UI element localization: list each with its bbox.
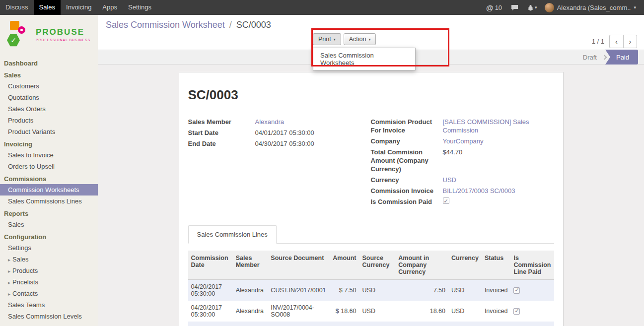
- field-value-company[interactable]: YourCompany: [443, 137, 484, 145]
- sidebar-item-product-variants[interactable]: Product Variants: [0, 126, 98, 137]
- col-currency[interactable]: Currency: [448, 251, 482, 280]
- logo-magnifier-icon: [18, 26, 25, 34]
- sidebar-item-dashboard[interactable]: Dashboard: [0, 57, 98, 68]
- user-name: Alexandra (Sales_comm..: [557, 4, 631, 11]
- menu-invoicing[interactable]: Invoicing: [61, 0, 97, 15]
- state-draft[interactable]: Draft: [577, 54, 603, 61]
- sidebar-section-configuration[interactable]: Configuration: [0, 230, 98, 242]
- chat-bubble-icon: [511, 4, 518, 11]
- chevron-down-icon: ▾: [368, 37, 370, 42]
- field-groups: Sales Member Alexandra Start Date 04/01/…: [188, 118, 554, 208]
- expand-caret-icon: ▸: [8, 280, 10, 285]
- sidebar-item-quotations[interactable]: Quotations: [0, 92, 98, 103]
- main-area: Sales Commission Worksheet / SC/0003 Pri…: [98, 15, 644, 326]
- field-label-sales-member: Sales Member: [188, 118, 255, 126]
- col-source-currency[interactable]: Source Currency: [359, 251, 396, 280]
- col-commission-date[interactable]: Commission Date: [188, 251, 233, 280]
- sidebar-item-sales-to-invoice[interactable]: Sales to Invoice: [0, 149, 98, 161]
- sidebar-item-customers[interactable]: Customers: [0, 80, 98, 92]
- sidebar-item-config-products[interactable]: ▸Products: [0, 265, 98, 276]
- table-row[interactable]: 04/20/2017 10:35:53 Alexandra SO008 $ 18…: [188, 322, 554, 326]
- line-paid-checkbox: [513, 308, 520, 315]
- menu-item-sales-commission-worksheets[interactable]: Sales Commission Worksheets: [313, 48, 415, 70]
- debug-menu-button[interactable]: ▾: [523, 4, 542, 11]
- breadcrumb-separator: /: [229, 20, 232, 30]
- sidebar-item-settings[interactable]: Settings: [0, 242, 98, 254]
- table-header-row: Commission Date Sales Member Source Docu…: [188, 251, 554, 280]
- col-amount-company-currency[interactable]: Amount in Company Currency: [395, 251, 448, 280]
- field-value-commission-product[interactable]: [SALES COMMISSION] Sales Commission: [443, 118, 530, 134]
- menu-settings[interactable]: Settings: [123, 0, 157, 15]
- menu-apps[interactable]: Apps: [97, 0, 123, 15]
- col-status[interactable]: Status: [482, 251, 511, 280]
- chevron-down-icon: ▾: [535, 5, 537, 10]
- action-button[interactable]: Action▾: [344, 33, 376, 45]
- sidebar-item-sales-commission-levels[interactable]: Sales Commission Levels: [0, 311, 98, 322]
- logo-icon: ✓: [6, 21, 32, 48]
- sidebar-item-products[interactable]: Products: [0, 115, 98, 126]
- col-source-document[interactable]: Source Document: [268, 251, 329, 280]
- field-label-commission-invoice: Commission Invoice: [371, 187, 443, 195]
- top-navbar: Discuss Sales Invoicing Apps Settings @ …: [0, 0, 644, 15]
- chevron-right-icon: [602, 55, 607, 60]
- sidebar-item-sales-teams[interactable]: Sales Teams: [0, 299, 98, 311]
- pager: 1 / 1 ‹ ›: [592, 35, 637, 48]
- field-label-total-commission: Total Commision Amount (Company Currency…: [371, 148, 443, 173]
- app-sidebar: ✓ PROBUSE PROFESSIONAL BUSINESS Dashboar…: [0, 15, 98, 326]
- table-row[interactable]: 04/20/2017 05:30:00 Alexandra CUST.IN/20…: [188, 280, 554, 301]
- pager-value[interactable]: 1 / 1: [592, 38, 604, 45]
- sidebar-item-config-sales[interactable]: ▸Sales: [0, 254, 98, 265]
- messages-button[interactable]: [506, 4, 523, 11]
- user-menu[interactable]: Alexandra (Sales_comm.. ▾: [542, 3, 639, 12]
- print-dropdown-menu: Sales Commission Worksheets: [313, 48, 416, 70]
- print-button[interactable]: Print▾: [313, 33, 341, 45]
- menu-discuss[interactable]: Discuss: [0, 0, 34, 15]
- sidebar-section-invoicing[interactable]: Invoicing: [0, 137, 98, 149]
- col-amount[interactable]: Amount: [329, 251, 359, 280]
- expand-caret-icon: ▸: [8, 257, 10, 262]
- sidebar-nav: Dashboard Sales Customers Quotations Sal…: [0, 53, 98, 322]
- tab-sales-commission-lines[interactable]: Sales Commission Lines: [188, 225, 277, 244]
- notebook-tabs: Sales Commission Lines: [188, 225, 554, 244]
- expand-caret-icon: ▸: [8, 291, 10, 297]
- table-row[interactable]: 04/20/2017 05:30:00 Alexandra INV/2017/0…: [188, 301, 554, 322]
- menu-sales[interactable]: Sales: [34, 0, 61, 15]
- mention-count: 10: [495, 4, 502, 11]
- form-view: SC/0003 Sales Member Alexandra Start Dat…: [98, 65, 644, 326]
- sidebar-item-sales-orders[interactable]: Sales Orders: [0, 103, 98, 115]
- brand-tagline: PROFESSIONAL BUSINESS: [36, 38, 90, 42]
- col-sales-member[interactable]: Sales Member: [233, 251, 268, 280]
- breadcrumb-parent[interactable]: Sales Commission Worksheet: [106, 20, 225, 30]
- avatar: [545, 3, 554, 12]
- sidebar-item-commission-worksheets[interactable]: Commission Worksheets: [0, 184, 98, 196]
- breadcrumb-current: SC/0003: [236, 20, 271, 30]
- field-value-currency[interactable]: USD: [443, 176, 456, 184]
- sidebar-item-config-contacts[interactable]: ▸Contacts: [0, 288, 98, 299]
- sidebar-section-reports[interactable]: Reports: [0, 207, 98, 219]
- company-logo[interactable]: ✓ PROBUSE PROFESSIONAL BUSINESS: [0, 15, 98, 53]
- field-label-company: Company: [371, 137, 443, 145]
- top-menu: Discuss Sales Invoicing Apps Settings: [0, 0, 157, 15]
- pager-previous-button[interactable]: ‹: [609, 35, 623, 48]
- field-value-start-date: 04/01/2017 05:30:00: [255, 129, 314, 137]
- record-title: SC/0003: [188, 87, 554, 103]
- sidebar-section-sales[interactable]: Sales: [0, 68, 98, 80]
- state-paid[interactable]: Paid: [605, 50, 638, 65]
- form-sheet: SC/0003 Sales Member Alexandra Start Dat…: [179, 72, 564, 326]
- field-value-total-commission: $44.70: [443, 148, 463, 173]
- sidebar-item-reports-sales[interactable]: Sales: [0, 219, 98, 230]
- mentions-button[interactable]: @ 10: [482, 3, 506, 12]
- sidebar-item-orders-to-upsell[interactable]: Orders to Upsell: [0, 161, 98, 172]
- field-label-commission-product: Commision Product For Invoice: [371, 118, 443, 134]
- col-is-commission-line-paid[interactable]: Is Commission Line Paid: [510, 251, 554, 280]
- logo-text: PROBUSE PROFESSIONAL BUSINESS: [36, 27, 90, 42]
- sidebar-item-config-pricelists[interactable]: ▸Pricelists: [0, 276, 98, 288]
- breadcrumb: Sales Commission Worksheet / SC/0003: [106, 20, 271, 30]
- line-paid-checkbox: [513, 287, 520, 294]
- brand-name: PROBUSE: [36, 27, 90, 37]
- field-value-sales-member[interactable]: Alexandra: [255, 118, 285, 126]
- sidebar-section-commissions[interactable]: Commissions: [0, 172, 98, 184]
- sidebar-item-sales-commissions-lines[interactable]: Sales Commissions Lines: [0, 196, 98, 207]
- pager-next-button[interactable]: ›: [623, 35, 637, 48]
- field-value-commission-invoice[interactable]: BILL/2017/0003 SC/0003: [443, 187, 515, 195]
